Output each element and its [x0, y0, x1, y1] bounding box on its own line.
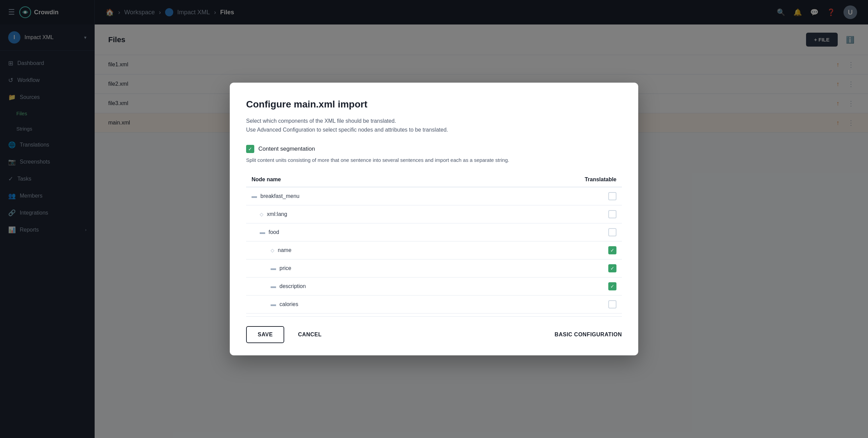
col-translatable: Translatable — [473, 172, 622, 187]
node-name-cell: ▬ breakfast_menu — [246, 187, 473, 205]
table-row: ▬ description ✓ — [246, 277, 622, 296]
translatable-checkbox[interactable] — [608, 192, 616, 200]
table-row: ◇ xml:lang — [246, 205, 622, 223]
content-segmentation-row: ✓ Content segmentation — [246, 145, 622, 153]
configure-import-modal: Configure main.xml import Select which c… — [230, 83, 638, 355]
folder-icon: ▬ — [271, 265, 276, 271]
translatable-checkbox[interactable] — [608, 228, 616, 236]
tag-icon: ◇ — [271, 248, 274, 253]
node-name-label: name — [278, 247, 291, 253]
node-name-cell: ▬ food — [246, 223, 473, 241]
content-segmentation-checkbox[interactable]: ✓ — [246, 145, 254, 153]
checkbox-cell[interactable]: ✓ — [473, 259, 622, 277]
table-row: ◇ name ✓ — [246, 241, 622, 259]
table-row: ▬ price ✓ — [246, 259, 622, 277]
basic-configuration-button[interactable]: BASIC CONFIGURATION — [554, 332, 622, 338]
tag-icon: ◇ — [260, 212, 263, 217]
table-row: ▬ food — [246, 223, 622, 241]
translatable-checkbox[interactable]: ✓ — [608, 264, 616, 272]
modal-overlay: Configure main.xml import Select which c… — [0, 0, 868, 438]
node-name-label: description — [279, 283, 306, 289]
checkbox-cell[interactable] — [473, 223, 622, 241]
col-node-name: Node name — [246, 172, 473, 187]
folder-icon: ▬ — [252, 193, 257, 199]
node-name-cell: ▬ price — [246, 259, 473, 277]
checkbox-cell[interactable] — [473, 187, 622, 205]
segmentation-description: Split content units consisting of more t… — [246, 157, 622, 163]
node-table: Node name Translatable ▬ breakfast_menu — [246, 172, 622, 314]
checkbox-cell[interactable]: ✓ — [473, 241, 622, 259]
node-name-cell: ▬ calories — [246, 296, 473, 314]
node-name-label: breakfast_menu — [260, 193, 300, 199]
table-row: ▬ breakfast_menu — [246, 187, 622, 205]
content-segmentation-label: Content segmentation — [258, 146, 315, 152]
modal-footer: SAVE CANCEL BASIC CONFIGURATION — [246, 316, 622, 355]
node-name-label: xml:lang — [267, 211, 287, 217]
checkbox-cell[interactable] — [473, 205, 622, 223]
table-row: ▬ calories — [246, 296, 622, 314]
translatable-checkbox[interactable] — [608, 300, 616, 308]
translatable-checkbox[interactable] — [608, 210, 616, 218]
folder-icon: ▬ — [271, 301, 276, 307]
node-name-label: food — [269, 229, 279, 235]
cancel-button[interactable]: CANCEL — [290, 327, 330, 342]
node-name-label: calories — [279, 301, 298, 307]
node-name-cell: ▬ description — [246, 277, 473, 296]
checkbox-cell[interactable]: ✓ — [473, 277, 622, 296]
node-name-label: price — [279, 265, 291, 271]
checkbox-cell[interactable] — [473, 296, 622, 314]
save-button[interactable]: SAVE — [246, 326, 284, 343]
folder-icon: ▬ — [260, 229, 265, 235]
modal-title: Configure main.xml import — [246, 99, 622, 110]
node-name-cell: ◇ name — [246, 241, 473, 259]
node-name-cell: ◇ xml:lang — [246, 205, 473, 223]
translatable-checkbox[interactable]: ✓ — [608, 282, 616, 290]
folder-icon: ▬ — [271, 283, 276, 289]
translatable-checkbox[interactable]: ✓ — [608, 246, 616, 254]
modal-description: Select which components of the XML file … — [246, 117, 622, 134]
